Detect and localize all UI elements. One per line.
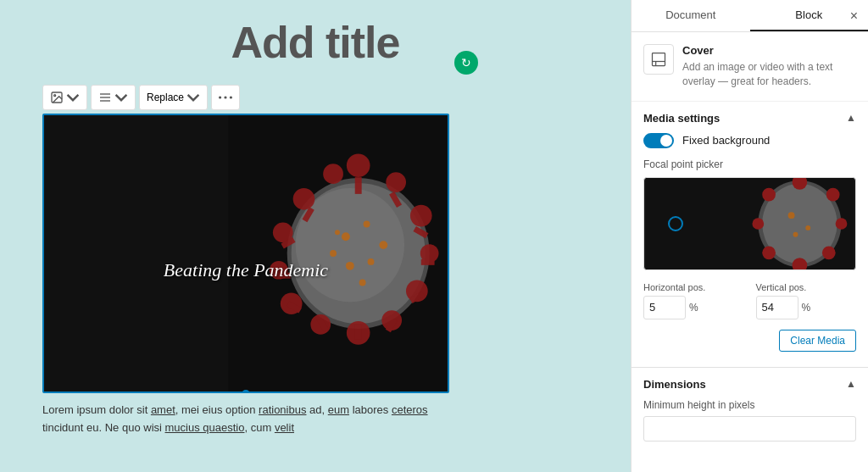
more-options-btn[interactable]	[211, 85, 240, 110]
horizontal-input-row: %	[643, 296, 744, 319]
svg-rect-45	[653, 53, 665, 66]
focal-circle-indicator[interactable]	[668, 216, 683, 231]
svg-point-53	[836, 218, 848, 230]
close-button[interactable]: ×	[847, 5, 861, 27]
svg-point-1	[54, 95, 56, 97]
svg-point-39	[379, 241, 387, 249]
chevron-down-icon-3	[186, 91, 200, 104]
align-icon	[98, 91, 112, 104]
cover-text[interactable]: Beating the Pandemic	[164, 259, 328, 281]
svg-point-58	[762, 187, 776, 201]
horizontal-percent: %	[689, 302, 698, 314]
svg-point-44	[335, 230, 340, 235]
svg-point-5	[219, 96, 221, 98]
link-amet[interactable]: amet	[151, 403, 175, 416]
vertical-input-row: %	[756, 296, 857, 319]
media-settings-chevron: ▲	[846, 112, 856, 124]
fixed-background-row: Fixed background	[643, 133, 856, 148]
block-info: Cover Add an image or video with a text …	[632, 32, 868, 102]
horizontal-pos-input[interactable]	[643, 296, 686, 319]
focal-dot	[242, 390, 250, 393]
chevron-down-icon	[66, 91, 80, 104]
vertical-pos-label: Vertical pos.	[756, 282, 857, 292]
block-icon-box	[643, 44, 674, 75]
svg-point-52	[826, 187, 840, 201]
editor-area: Add title Replace	[0, 0, 631, 472]
refresh-icon[interactable]: ↻	[454, 51, 478, 75]
svg-point-38	[364, 220, 370, 227]
svg-rect-25	[355, 177, 362, 194]
link-eum[interactable]: eum	[328, 403, 349, 416]
focal-point-label: Focal point picker	[643, 158, 856, 170]
dimensions-title: Dimensions	[643, 378, 706, 391]
image-icon	[50, 91, 64, 104]
body-text: Lorem ipsum dolor sit amet, mei eius opt…	[42, 402, 449, 437]
align-toolbar-btn[interactable]	[91, 85, 136, 110]
svg-point-54	[822, 246, 836, 259]
min-height-label: Minimum height in pixels	[643, 399, 856, 411]
cover-block[interactable]: Beating the Pandemic	[42, 114, 449, 393]
sidebar: Document Block × Cover Add an image or v…	[631, 0, 868, 472]
sidebar-tabs: Document Block ×	[632, 0, 868, 32]
media-settings-content: Fixed background Focal point picker	[632, 133, 868, 367]
chevron-down-icon-2	[114, 91, 128, 104]
block-info-desc: Add an image or video with a text overla…	[682, 60, 856, 89]
block-info-title: Cover	[682, 44, 856, 57]
horizontal-pos-label: Horizontal pos.	[643, 282, 744, 292]
clear-media-button[interactable]: Clear Media	[779, 330, 856, 352]
svg-point-59	[788, 212, 795, 219]
more-icon	[219, 91, 232, 104]
clear-media-container: Clear Media	[643, 330, 856, 352]
block-toolbar: Replace	[42, 85, 240, 110]
svg-point-37	[342, 232, 350, 241]
svg-point-14	[410, 205, 432, 227]
vertical-pos-input[interactable]	[756, 296, 798, 319]
fixed-background-label: Fixed background	[682, 134, 770, 147]
vertical-pos-group: Vertical pos. %	[756, 282, 857, 319]
cover-block-icon	[650, 51, 667, 68]
dimensions-content: Minimum height in pixels	[632, 399, 868, 453]
image-toolbar-btn[interactable]	[42, 85, 87, 110]
svg-point-23	[293, 188, 315, 210]
svg-point-60	[805, 225, 810, 230]
link-ceteros[interactable]: ceteros	[392, 403, 428, 416]
media-settings-header[interactable]: Media settings ▲	[632, 102, 868, 133]
virus-illustration	[227, 115, 448, 391]
cover-block-wrapper: ▲ ⠿ ▼	[42, 114, 449, 393]
svg-point-24	[323, 164, 343, 184]
link-mucius[interactable]: mucius quaestio	[165, 421, 245, 434]
focal-picker-box[interactable]	[643, 177, 856, 270]
media-settings-title: Media settings	[643, 112, 720, 125]
page-title[interactable]: Add title	[17, 17, 614, 68]
min-height-input[interactable]	[643, 416, 856, 441]
svg-point-40	[368, 258, 375, 265]
dimensions-header[interactable]: Dimensions ▲	[632, 368, 868, 399]
replace-label: Replace	[147, 92, 184, 103]
cover-image	[44, 115, 448, 391]
link-rationibus[interactable]: rationibus	[259, 403, 306, 416]
svg-point-12	[347, 153, 370, 177]
replace-btn[interactable]: Replace	[139, 85, 208, 110]
svg-point-6	[224, 96, 226, 98]
horizontal-pos-group: Horizontal pos. %	[643, 282, 744, 319]
svg-point-56	[762, 246, 776, 259]
svg-point-57	[752, 218, 764, 230]
svg-rect-28	[421, 259, 435, 265]
svg-point-43	[359, 280, 366, 286]
dimensions-chevron: ▲	[846, 378, 856, 390]
svg-point-7	[230, 96, 232, 98]
svg-point-42	[330, 250, 337, 257]
svg-point-61	[793, 231, 798, 236]
svg-point-13	[386, 172, 406, 192]
svg-rect-31	[355, 325, 362, 340]
position-row: Horizontal pos. % Vertical pos. %	[643, 282, 856, 319]
toggle-knob	[660, 135, 672, 147]
dimensions-section: Dimensions ▲ Minimum height in pixels	[632, 367, 868, 453]
tab-document[interactable]: Document	[632, 0, 750, 31]
link-velit[interactable]: velit	[275, 421, 294, 434]
svg-point-41	[346, 262, 354, 270]
focal-picker-image	[644, 178, 855, 269]
vertical-percent: %	[802, 302, 811, 314]
block-info-text: Cover Add an image or video with a text …	[682, 44, 856, 89]
fixed-background-toggle[interactable]	[643, 133, 674, 148]
